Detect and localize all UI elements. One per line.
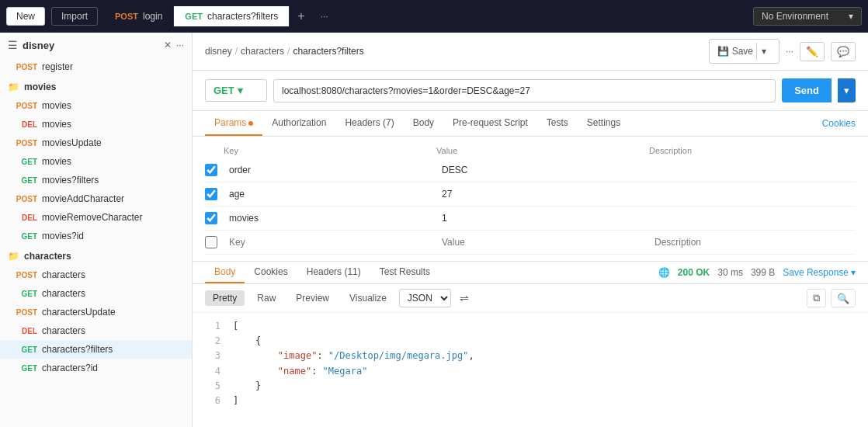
param-desc-empty[interactable]	[649, 233, 856, 252]
tab-authorization[interactable]: Authorization	[262, 111, 335, 136]
sidebar-item-post-moviesupdate[interactable]: POST moviesUpdate	[0, 134, 192, 152]
code-line-1: 1 [	[205, 319, 856, 334]
search-button[interactable]: 🔍	[831, 289, 856, 307]
tab-name-login: login	[143, 11, 162, 22]
param-checkbox-movies[interactable]	[205, 212, 217, 224]
tab-post-login[interactable]: POST login	[104, 6, 174, 26]
sidebar-item-post-charactersupdate[interactable]: POST charactersUpdate	[0, 303, 192, 321]
sidebar-actions: ✕ ···	[164, 40, 184, 50]
param-key-movies[interactable]	[224, 209, 430, 227]
sidebar-item-get-charactersid[interactable]: GET characters?id	[0, 359, 192, 377]
param-key-age[interactable]	[224, 185, 430, 203]
code-line-3: 3 "image": "/Desktop/img/megara.jpg",	[205, 349, 856, 363]
param-checkbox-empty[interactable]	[205, 236, 217, 248]
sidebar-item-post-characters[interactable]: POST characters	[0, 266, 192, 284]
sidebar-item-del-movies[interactable]: DEL movies	[0, 115, 192, 134]
globe-icon: 🌐	[658, 267, 670, 278]
format-pretty-button[interactable]: Pretty	[205, 290, 245, 306]
save-response-button[interactable]: Save Response ▾	[783, 267, 856, 278]
sidebar-item-label: movieAddCharacter	[42, 193, 124, 204]
param-desc-age[interactable]	[649, 185, 856, 203]
url-input[interactable]	[273, 79, 776, 102]
response-body: Pretty Raw Preview Visualize JSON XML HT…	[193, 284, 868, 427]
format-preview-button[interactable]: Preview	[288, 290, 337, 306]
param-checkbox-order[interactable]	[205, 164, 217, 176]
method-select[interactable]: GET ▾	[205, 79, 267, 102]
env-selector[interactable]: No Environment ▾	[753, 7, 862, 26]
res-tab-headers[interactable]: Headers (11)	[297, 262, 370, 283]
send-button[interactable]: Send	[782, 78, 832, 102]
sidebar-item-post-movies[interactable]: POST movies	[0, 96, 192, 115]
format-raw-button[interactable]: Raw	[249, 290, 283, 306]
sidebar-item-label: characters	[42, 288, 85, 299]
response-section: Body Cookies Headers (11) Test Results 🌐…	[193, 262, 868, 427]
param-col-value: Value	[436, 146, 643, 155]
breadcrumb-part-disney[interactable]: disney	[205, 46, 232, 57]
tab-body[interactable]: Body	[404, 111, 443, 136]
tab-get-characters-filters[interactable]: GET characters?filters	[174, 6, 290, 26]
format-type-select[interactable]: JSON XML HTML Text	[399, 289, 451, 307]
wrap-icon[interactable]: ⇌	[456, 290, 473, 306]
close-icon[interactable]: ✕	[164, 40, 172, 50]
tab-prerequest[interactable]: Pre-request Script	[443, 111, 537, 136]
param-value-empty[interactable]	[436, 233, 643, 252]
tab-method-get: GET	[185, 12, 203, 21]
tab-params[interactable]: Params	[205, 111, 262, 136]
param-value-movies[interactable]	[436, 209, 643, 227]
more-icon[interactable]: ···	[176, 40, 184, 50]
sidebar-item-get-characters[interactable]: GET characters	[0, 284, 192, 303]
res-tab-testresults[interactable]: Test Results	[370, 262, 439, 283]
more-options-button[interactable]: ···	[786, 46, 793, 57]
tab-headers[interactable]: Headers (7)	[335, 111, 403, 136]
save-button[interactable]: 💾 Save ▾	[709, 39, 779, 64]
line-number: 1	[205, 319, 220, 334]
param-value-age[interactable]	[436, 185, 643, 203]
status-size: 399 B	[751, 267, 775, 278]
method-badge: POST	[12, 102, 37, 110]
line-number: 2	[205, 334, 220, 349]
param-value-order[interactable]	[436, 161, 643, 179]
param-col-desc: Description	[649, 146, 856, 155]
param-desc-movies[interactable]	[649, 209, 856, 227]
cookies-link[interactable]: Cookies	[822, 118, 856, 129]
breadcrumb-current: characters?filters	[293, 46, 363, 57]
sidebar-item-get-characters-filters[interactable]: GET characters?filters	[0, 340, 192, 359]
sidebar-item-get-movies[interactable]: GET movies	[0, 152, 192, 171]
import-button[interactable]: Import	[51, 7, 98, 26]
res-tab-cookies[interactable]: Cookies	[245, 262, 297, 283]
tab-tests[interactable]: Tests	[537, 111, 578, 136]
sidebar-item-label: moviesUpdate	[42, 137, 102, 148]
sidebar-item-post-register[interactable]: POST register	[0, 57, 192, 76]
param-row-order	[205, 158, 856, 182]
param-key-order[interactable]	[224, 161, 430, 179]
new-button[interactable]: New	[6, 7, 45, 26]
send-dropdown-button[interactable]: ▾	[838, 78, 856, 102]
sidebar-item-label: characters?id	[42, 363, 98, 373]
sidebar-title: disney	[23, 40, 159, 51]
param-key-empty[interactable]	[224, 233, 430, 252]
sidebar-item-del-characters[interactable]: DEL characters	[0, 321, 192, 340]
copy-button[interactable]: ⧉	[807, 289, 826, 307]
tab-more-button[interactable]: ···	[313, 6, 336, 26]
format-visualize-button[interactable]: Visualize	[342, 290, 394, 306]
sidebar-item-get-movies-filters[interactable]: GET movies?filters	[0, 171, 192, 189]
breadcrumb-sep-2: /	[287, 46, 290, 57]
sidebar-item-post-movieaddcharacter[interactable]: POST movieAddCharacter	[0, 189, 192, 208]
tab-add-button[interactable]: +	[290, 5, 312, 28]
param-col-key: Key	[205, 146, 430, 155]
sidebar-item-get-moviesid[interactable]: GET movies?id	[0, 227, 192, 245]
comment-icon-button[interactable]: 💬	[831, 42, 856, 61]
res-tab-body[interactable]: Body	[205, 262, 245, 283]
param-checkbox-age[interactable]	[205, 188, 217, 200]
breadcrumb-part-characters[interactable]: characters	[241, 46, 284, 57]
line-content: }	[233, 379, 261, 394]
param-desc-order[interactable]	[649, 161, 856, 179]
edit-icon-button[interactable]: ✏️	[800, 42, 825, 61]
save-dropdown-arrow[interactable]: ▾	[756, 43, 771, 60]
tab-settings[interactable]: Settings	[578, 111, 630, 136]
method-badge: GET	[12, 232, 37, 241]
sidebar-item-del-movieremovecharacter[interactable]: DEL movieRemoveCharacter	[0, 208, 192, 227]
sidebar-item-label: movies?id	[42, 231, 84, 241]
response-tabs: Body Cookies Headers (11) Test Results 🌐…	[193, 262, 868, 284]
code-line-2: 2 {	[205, 334, 856, 349]
